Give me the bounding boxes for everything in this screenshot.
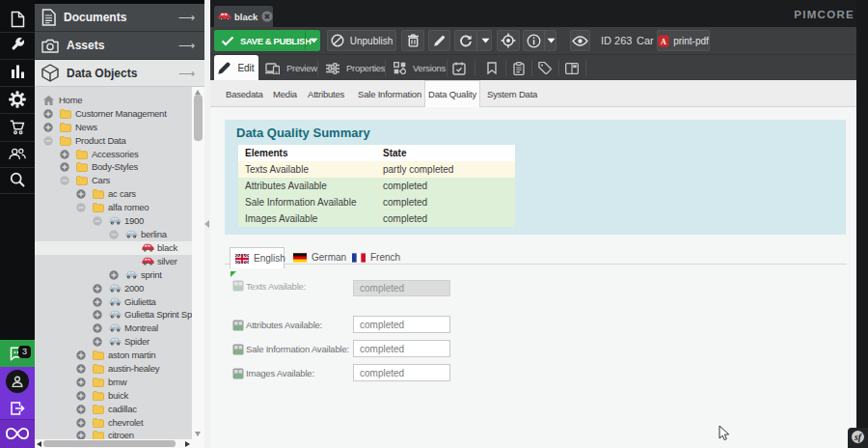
svg-text:A: A: [661, 37, 666, 45]
